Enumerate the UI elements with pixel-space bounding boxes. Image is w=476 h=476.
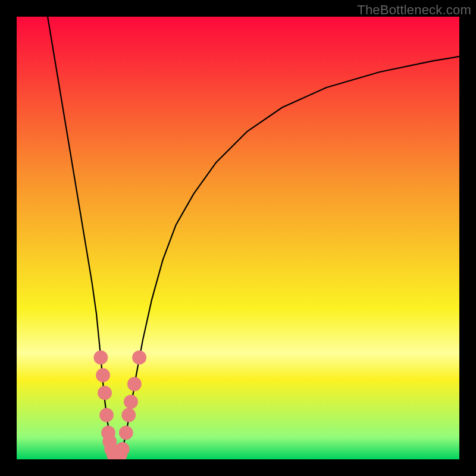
chart-stage: TheBottleneck.com: [0, 0, 476, 476]
curve-layer: [17, 17, 459, 459]
data-marker: [98, 386, 112, 400]
data-marker: [124, 394, 138, 409]
watermark-text: TheBottleneck.com: [357, 2, 471, 18]
data-marker: [99, 408, 114, 422]
data-marker: [132, 350, 146, 365]
data-marker: [93, 350, 108, 365]
data-marker: [121, 408, 136, 422]
plot-area: [17, 17, 459, 459]
data-marker: [127, 377, 142, 392]
data-marker: [119, 425, 133, 440]
data-marker: [96, 368, 110, 383]
data-marker: [115, 442, 130, 456]
